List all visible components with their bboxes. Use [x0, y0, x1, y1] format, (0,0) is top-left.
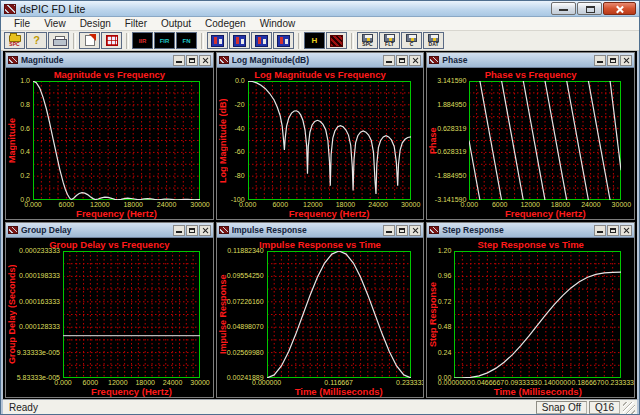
- plot-button-3[interactable]: [251, 32, 272, 49]
- status-bar: Ready Snap Off Q16: [1, 399, 639, 415]
- h-label: H: [312, 36, 318, 45]
- maximize-icon: [586, 6, 595, 13]
- child-maximize-button[interactable]: [607, 225, 619, 236]
- hatch-button[interactable]: [326, 32, 347, 49]
- impulse-response-titlebar[interactable]: Impulse Response: [217, 223, 424, 238]
- plot-button-2[interactable]: [229, 32, 250, 49]
- y-axis-label: Step Response: [427, 251, 438, 378]
- child-maximize-button[interactable]: [186, 55, 198, 66]
- child-maximize-button[interactable]: [607, 55, 619, 66]
- child-close-button[interactable]: [620, 55, 632, 66]
- close-button[interactable]: [603, 2, 636, 15]
- plot-icon-2: [233, 35, 246, 47]
- maximize-icon: [399, 58, 405, 63]
- fn-design-button[interactable]: FN: [176, 32, 197, 49]
- x-tick-label: 18000: [336, 201, 355, 208]
- resize-grip[interactable]: [623, 402, 635, 414]
- child-maximize-button[interactable]: [396, 225, 408, 236]
- y-axis-label: Impulse Response: [217, 251, 228, 378]
- save-disk-icon: [406, 34, 417, 42]
- fir-design-button[interactable]: FIR: [154, 32, 175, 49]
- step-response-titlebar[interactable]: Step Response: [427, 223, 634, 238]
- child-minimize-button[interactable]: [383, 55, 395, 66]
- menu-filter[interactable]: Filter: [118, 18, 154, 29]
- chart-title: Log Magnitude vs Frequency: [217, 69, 424, 80]
- plot-canvas: [248, 81, 411, 200]
- child-minimize-button[interactable]: [594, 55, 606, 66]
- magnitude-titlebar[interactable]: Magnitude: [6, 53, 213, 68]
- x-axis-label: Time (Milliseconds): [454, 386, 621, 397]
- toolbar-separator: [73, 33, 76, 49]
- save-dat-label: DAT: [429, 42, 439, 47]
- save-dat-button[interactable]: DAT: [423, 32, 444, 49]
- x-tick-label: 6000: [59, 201, 75, 208]
- menu-file[interactable]: File: [7, 18, 37, 29]
- child-maximize-button[interactable]: [186, 225, 198, 236]
- help-button[interactable]: ?: [26, 32, 47, 49]
- transfer-function-button[interactable]: H: [304, 32, 325, 49]
- chart-window-icon: [8, 226, 18, 234]
- x-tick-label: 24000: [581, 201, 600, 208]
- x-tick-label: 24000: [157, 201, 176, 208]
- child-minimize-button[interactable]: [594, 225, 606, 236]
- chart-title: Magnitude vs Frequency: [6, 69, 213, 80]
- step-response-plot: Step Response vs Time1.200.960.720.480.2…: [427, 238, 634, 397]
- impulse-response-window-title: Impulse Response: [232, 225, 383, 235]
- menu-view[interactable]: View: [37, 18, 73, 29]
- y-axis-label: Group Delay (Seconds): [6, 251, 17, 378]
- menu-design[interactable]: Design: [73, 18, 118, 29]
- child-close-button[interactable]: [620, 225, 632, 236]
- open-spec-button[interactable]: SPC: [4, 32, 25, 49]
- x-tick-label: 6000: [83, 379, 99, 386]
- child-minimize-button[interactable]: [173, 225, 185, 236]
- menu-output[interactable]: Output: [154, 18, 198, 29]
- edit-spec-button[interactable]: [79, 32, 100, 49]
- x-tick-label: 0.0000000: [438, 379, 471, 386]
- chart-window-icon: [219, 226, 229, 234]
- x-tick-label: 0.116667: [324, 379, 353, 386]
- iir-design-button[interactable]: IIR: [132, 32, 153, 49]
- plot-button-1[interactable]: [207, 32, 228, 49]
- plot-icon-3: [255, 35, 268, 47]
- save-flt-button[interactable]: FLT: [379, 32, 400, 49]
- child-minimize-button[interactable]: [173, 55, 185, 66]
- child-maximize-button[interactable]: [396, 55, 408, 66]
- save-c-button[interactable]: C: [401, 32, 422, 49]
- main-window: dsPIC FD Lite File View Design Filter Ou…: [0, 0, 640, 415]
- phase-window: Phase Phase vs Frequency3.1415901.884950…: [426, 52, 635, 220]
- fn-label: FN: [183, 38, 191, 44]
- x-tick-label: 30000: [612, 201, 631, 208]
- coefficients-table-button[interactable]: [101, 32, 122, 49]
- maximize-icon: [189, 228, 195, 233]
- curve: [589, 81, 611, 200]
- curve: [469, 141, 480, 201]
- menu-codegen[interactable]: Codegen: [198, 18, 253, 29]
- minimize-icon: [176, 61, 182, 63]
- log-magnitude-titlebar[interactable]: Log Magnitude(dB): [217, 53, 424, 68]
- x-tick-label: 0.000: [24, 201, 42, 208]
- minimize-icon: [176, 231, 182, 233]
- print-button[interactable]: [48, 32, 69, 49]
- minimize-icon: [386, 61, 392, 63]
- child-close-button[interactable]: [409, 225, 421, 236]
- plot-button-4[interactable]: [273, 32, 294, 49]
- phase-titlebar[interactable]: Phase: [427, 53, 634, 68]
- toolbar-separator: [298, 33, 301, 49]
- minimize-button[interactable]: [551, 2, 576, 15]
- toolbar-separator: [201, 33, 204, 49]
- iir-label: IIR: [139, 38, 147, 44]
- menu-window[interactable]: Window: [253, 18, 303, 29]
- magnitude-window: Magnitude Magnitude vs Frequency1.00.80.…: [5, 52, 214, 220]
- maximize-button[interactable]: [577, 2, 602, 15]
- child-close-button[interactable]: [199, 225, 211, 236]
- child-close-button[interactable]: [199, 55, 211, 66]
- x-tick-label: 0.000: [461, 201, 479, 208]
- child-minimize-button[interactable]: [383, 225, 395, 236]
- x-tick-label: 30000: [190, 201, 209, 208]
- x-axis-label: Frequency (Hertz): [33, 208, 200, 219]
- child-close-button[interactable]: [409, 55, 421, 66]
- group-delay-titlebar[interactable]: Group Delay: [6, 223, 213, 238]
- step-response-window-title: Step Response: [442, 225, 593, 235]
- save-spc-button[interactable]: SPC: [357, 32, 378, 49]
- title-bar[interactable]: dsPIC FD Lite: [1, 1, 639, 17]
